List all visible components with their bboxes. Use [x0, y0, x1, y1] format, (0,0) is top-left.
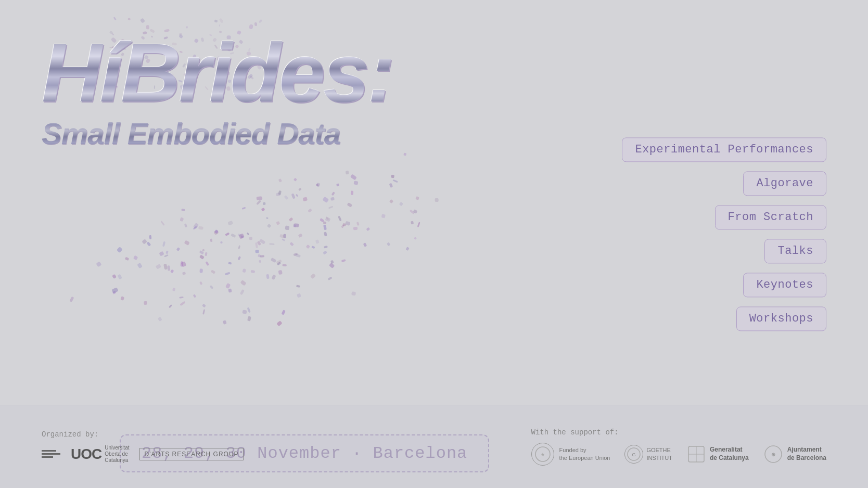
- particle-dot: [69, 296, 74, 302]
- particle-dot: [257, 241, 262, 246]
- goethe-icon: G: [627, 447, 641, 461]
- particle-dot: [199, 281, 203, 285]
- ajuntament-logo: ⊕ Ajuntamentde Barcelona: [763, 444, 826, 464]
- particle-dot: [297, 293, 301, 298]
- svg-text:⊕: ⊕: [771, 452, 775, 457]
- particle-dot: [193, 222, 199, 228]
- particle-dot: [112, 274, 117, 279]
- particle-dot: [240, 235, 244, 238]
- particle-dot: [276, 221, 280, 225]
- particle-dot: [338, 216, 342, 222]
- esmuc-bar-2: [42, 453, 60, 455]
- particle-dot: [306, 245, 310, 249]
- particle-dot: [351, 291, 356, 296]
- particle-dot: [276, 192, 281, 196]
- eu-circle: ★: [531, 443, 554, 466]
- particle-dot: [246, 233, 249, 236]
- particle-dot: [341, 259, 346, 262]
- particle-dot: [228, 262, 232, 264]
- particle-dot: [331, 191, 336, 196]
- particle-dot: [392, 179, 398, 183]
- footer-logos-left: UOC UniversitatOberta deCatalunya D'ARTS…: [42, 445, 531, 464]
- particle-dot: [293, 253, 298, 256]
- particle-dot: [417, 222, 420, 227]
- particle-dot: [249, 237, 252, 240]
- generalitat-logo: Generalitatde Catalunya: [687, 445, 749, 464]
- particle-dot: [120, 296, 124, 301]
- particle-dot: [269, 243, 274, 245]
- particle-dot: [278, 179, 282, 183]
- particle-dot-top: [127, 17, 131, 20]
- tag-experimental-performances[interactable]: Experimental Performances: [622, 137, 826, 162]
- particle-dot: [160, 221, 164, 226]
- particle-dot: [277, 262, 281, 265]
- particle-dot: [228, 289, 232, 292]
- particle-dot: [238, 245, 240, 249]
- particle-dot: [328, 276, 333, 280]
- particle-dot: [336, 184, 339, 186]
- particle-dot: [225, 272, 231, 275]
- tag-from-scratch[interactable]: From Scratch: [715, 205, 826, 229]
- particle-dot: [142, 239, 147, 244]
- tags-area: Experimental PerformancesAlgoraveFrom Sc…: [622, 137, 826, 331]
- tag-algorave[interactable]: Algorave: [743, 171, 826, 196]
- eu-text: Funded bythe European Union: [559, 446, 610, 461]
- particle-dot: [353, 227, 358, 230]
- particle-dot: [258, 254, 261, 258]
- esmuc-bar-3: [42, 456, 53, 458]
- esmuc-logo: [42, 450, 60, 458]
- particle-dot: [289, 217, 293, 222]
- particle-dot: [223, 320, 227, 325]
- particle-dot: [220, 241, 223, 243]
- particle-dot: [125, 257, 129, 261]
- particle-dot: [242, 268, 247, 273]
- particle-dot: [238, 256, 241, 261]
- particle-dot: [144, 301, 147, 305]
- particle-dot: [266, 274, 270, 278]
- particle-dot: [211, 269, 215, 274]
- particle-dot: [184, 240, 190, 245]
- particle-dot-top: [113, 17, 117, 21]
- goethe-circle: G: [624, 445, 643, 464]
- particle-dot: [255, 250, 259, 253]
- particle-dot: [329, 262, 335, 268]
- particle-dot: [225, 232, 230, 236]
- event-subtitle: Small Embodied Data: [42, 119, 510, 149]
- particle-dot: [205, 262, 209, 266]
- esmuc-bar-1: [42, 450, 56, 452]
- particle-dot: [199, 255, 204, 260]
- uoc-text: UniversitatOberta deCatalunya: [105, 445, 129, 464]
- particle-dot: [257, 196, 263, 201]
- particle-dot: [240, 280, 246, 286]
- particle-dot: [162, 241, 165, 247]
- particle-dot: [387, 242, 391, 246]
- particle-dot: [255, 242, 258, 248]
- particle-dot: [435, 198, 439, 202]
- particle-dot: [193, 294, 196, 298]
- particle-dot: [391, 174, 394, 178]
- tag-workshops[interactable]: Workshops: [736, 306, 826, 331]
- particle-dot: [323, 221, 326, 224]
- tag-talks[interactable]: Talks: [764, 239, 826, 263]
- particle-dot: [170, 269, 174, 273]
- eu-stars-icon: ★: [534, 446, 551, 463]
- particle-dot: [146, 241, 151, 247]
- particle-dot: [283, 234, 286, 238]
- particle-dot: [284, 195, 288, 200]
- tag-keynotes[interactable]: Keynotes: [743, 273, 826, 297]
- particle-dot: [179, 296, 183, 298]
- uoc-logo: UOC: [71, 446, 101, 463]
- particle-dot: [181, 208, 185, 211]
- ajuntament-icon: ⊕: [763, 444, 783, 464]
- particle-dot: [259, 260, 261, 263]
- particle-dot: [324, 232, 328, 237]
- particle-dot: [350, 174, 357, 180]
- particle-dot: [149, 235, 152, 239]
- particle-dot: [180, 301, 186, 306]
- darts-logo: D'ARTS RESEARCH GROUP: [139, 448, 243, 460]
- footer-left: Organized by: UOC UniversitatOberta deCa…: [42, 430, 531, 464]
- particle-dot: [303, 197, 308, 202]
- particle-dot: [285, 226, 289, 230]
- particle-dot: [283, 264, 287, 266]
- particle-dot: [323, 225, 327, 230]
